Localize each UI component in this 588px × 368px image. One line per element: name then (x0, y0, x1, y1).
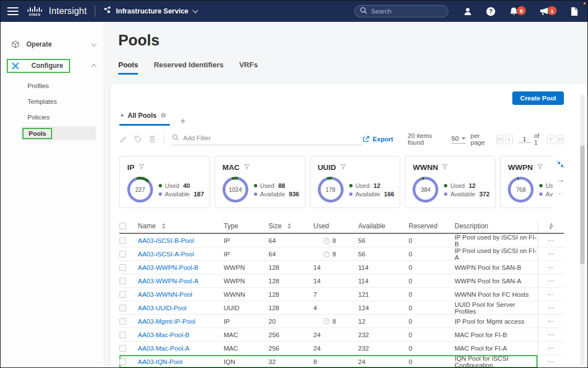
card-filter-funnel-icon[interactable] (244, 162, 250, 172)
pool-name-link[interactable]: AA03-WWPN-Pool-B (138, 264, 224, 271)
carousel-next-icon[interactable]: → (557, 176, 564, 183)
operate-chevron-down-icon[interactable] (91, 41, 97, 47)
row-checkbox[interactable] (119, 318, 126, 325)
carousel-prev-icon[interactable]: ← (557, 188, 564, 196)
pool-name-link[interactable]: AA03-UUID-Pool (138, 305, 224, 311)
table-row[interactable]: AA03-IQN-Pool IQN 32 ! 8 24 0 IQN Pool f… (119, 355, 564, 368)
pool-name-link[interactable]: AA03-Mac-Pool-A (138, 345, 224, 352)
pool-summary-card[interactable]: WWPN 768 Used4 Available (500, 156, 553, 208)
row-actions-icon[interactable]: ⋯ (547, 292, 555, 297)
column-header-size[interactable]: Size (268, 222, 313, 230)
service-chevron-down-icon[interactable] (193, 8, 198, 13)
user-account-icon[interactable] (463, 7, 473, 16)
table-row[interactable]: AA03-WWPN-Pool-A WWPN 128 ! 14 114 0 WWP… (119, 274, 564, 288)
export-button[interactable]: Export (363, 136, 393, 142)
sidebar-item-policies[interactable]: Policies (1, 109, 104, 125)
documentation-icon[interactable] (570, 7, 578, 16)
card-filter-funnel-icon[interactable] (340, 162, 346, 172)
row-actions-icon[interactable]: ⋯ (547, 305, 555, 311)
notifications-bell-icon[interactable]: 9 (509, 7, 526, 16)
pagination-prev-button[interactable] (506, 135, 513, 144)
table-row[interactable]: AA03-Mac-Pool-B MAC 256 ! 24 232 0 MAC P… (119, 328, 564, 342)
pool-name-link[interactable]: AA03-Mac-Pool-B (138, 332, 224, 338)
row-checkbox[interactable] (119, 305, 126, 311)
global-search[interactable] (354, 5, 448, 17)
row-checkbox[interactable] (119, 251, 126, 257)
add-filter-field[interactable] (171, 133, 363, 145)
pool-summary-card[interactable]: MAC 1024 Used88 Available936 (215, 156, 305, 208)
pagination-last-button[interactable] (557, 135, 564, 144)
tab-vrfs[interactable]: VRFs (239, 61, 258, 75)
table-row[interactable]: AA03-WWNN-Pool WWNN 128 ! 7 121 0 WWNN P… (119, 288, 564, 301)
pool-summary-card[interactable]: WWNN 384 Used12 Available372 (405, 156, 496, 208)
table-row[interactable]: AA03-iSCSI-B-Pool IP 64 ! 8 56 0 IP Pool… (119, 234, 564, 247)
table-row[interactable]: AA03-iSCSI-A-Pool IP 64 ! 8 56 0 IP Pool… (119, 247, 564, 261)
row-checkbox[interactable] (119, 291, 126, 298)
filter-view-tab-all-pools[interactable]: * All Pools (119, 111, 170, 126)
tag-icon[interactable] (134, 135, 142, 143)
sort-icon[interactable] (288, 223, 291, 229)
pagination-page-input[interactable] (518, 136, 531, 143)
tab-reserved-identifiers[interactable]: Reserved Identifiers (154, 61, 223, 75)
sidebar-item-pools[interactable]: Pools (21, 126, 96, 140)
configure-chevron-up-icon[interactable] (91, 63, 97, 69)
table-row[interactable]: AA03-Mgmt-IP-Pool IP 20 ! 8 12 0 IP Pool… (119, 315, 564, 328)
pool-summary-card[interactable]: IP 227 Used40 Available187 (119, 156, 210, 208)
pool-summary-card[interactable]: UUID 178 Used12 Available166 (310, 156, 401, 208)
pool-name-link[interactable]: AA03-iSCSI-A-Pool (138, 251, 224, 257)
table-row[interactable]: AA03-UUID-Pool UUID 128 ! 4 124 0 UUID P… (119, 301, 564, 315)
row-actions-icon[interactable]: ⋯ (547, 251, 555, 257)
column-header-name[interactable]: Name (138, 222, 224, 230)
table-row[interactable]: AA03-WWPN-Pool-B WWPN 128 ! 14 114 0 WWP… (119, 261, 564, 274)
pool-name-link[interactable]: AA03-WWPN-Pool-A (138, 278, 224, 284)
row-checkbox[interactable] (119, 278, 126, 284)
sidebar-item-templates[interactable]: Templates (1, 94, 104, 109)
delete-trash-icon[interactable] (149, 135, 156, 143)
row-actions-icon[interactable]: ⋯ (547, 265, 555, 270)
row-actions-icon[interactable]: ⋯ (547, 359, 555, 365)
sidebar-item-profiles[interactable]: Profiles (1, 78, 104, 94)
card-filter-funnel-icon[interactable] (537, 162, 543, 172)
pagination-first-button[interactable] (496, 135, 503, 144)
row-checkbox[interactable] (119, 345, 126, 352)
pool-name-link[interactable]: AA03-IQN-Pool (138, 358, 224, 365)
sort-icon[interactable] (162, 223, 165, 229)
select-all-checkbox[interactable] (119, 223, 126, 229)
service-name[interactable]: Infrastructure Service (116, 7, 188, 15)
pool-name-link[interactable]: AA03-iSCSI-B-Pool (138, 237, 224, 244)
add-view-plus-icon[interactable]: + (180, 118, 186, 125)
row-actions-icon[interactable]: ⋯ (547, 238, 555, 243)
sidebar-item-configure[interactable]: Configure (1, 57, 104, 75)
row-checkbox[interactable] (119, 332, 126, 338)
collapse-widgets-icon[interactable] (557, 160, 564, 171)
column-header-description[interactable]: Description (455, 222, 538, 230)
pagination-next-button[interactable] (547, 135, 554, 144)
column-header-type[interactable]: Type (224, 222, 268, 230)
column-header-reserved[interactable]: Reserved (409, 222, 455, 230)
row-actions-icon[interactable]: ⋯ (547, 332, 555, 338)
table-row[interactable]: AA03-Mac-Pool-A MAC 256 ! 24 232 0 MAC P… (119, 342, 564, 355)
per-page-select[interactable]: 50 (452, 135, 466, 144)
edit-pencil-icon[interactable] (119, 135, 127, 143)
column-header-available[interactable]: Available (358, 222, 409, 230)
table-customization-icon[interactable] (538, 219, 564, 233)
announcements-megaphone-icon[interactable]: 1 (539, 7, 557, 16)
row-actions-icon[interactable]: ⋯ (547, 319, 555, 324)
row-checkbox[interactable] (119, 237, 126, 244)
view-settings-gear-icon[interactable] (160, 111, 166, 121)
row-checkbox[interactable] (119, 264, 126, 271)
column-header-used[interactable]: Used (313, 222, 358, 230)
row-actions-icon[interactable]: ⋯ (547, 278, 555, 284)
sidebar-item-operate[interactable]: Operate (1, 35, 104, 53)
pool-name-link[interactable]: AA03-Mgmt-IP-Pool (138, 318, 224, 325)
add-filter-input[interactable] (183, 135, 363, 141)
help-icon[interactable]: ? (486, 7, 496, 16)
row-checkbox[interactable] (119, 358, 126, 365)
tab-pools[interactable]: Pools (118, 61, 138, 75)
row-actions-icon[interactable]: ⋯ (547, 346, 555, 351)
card-filter-funnel-icon[interactable] (442, 162, 448, 172)
card-filter-funnel-icon[interactable] (138, 162, 145, 172)
create-pool-button[interactable]: Create Pool (512, 91, 564, 105)
pool-name-link[interactable]: AA03-WWNN-Pool (138, 291, 224, 298)
vertical-scrollbar-thumb[interactable] (580, 145, 585, 264)
